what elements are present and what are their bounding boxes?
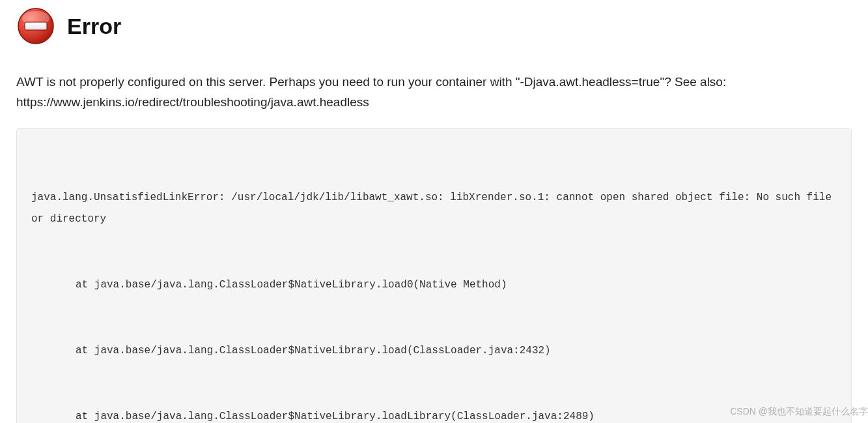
error-icon [16, 7, 55, 46]
stack-trace-block: java.lang.UnsatisfiedLinkError: /usr/loc… [16, 128, 852, 423]
error-message: AWT is not properly configured on this s… [0, 59, 868, 128]
stack-line: at java.base/java.lang.ClassLoader$Nativ… [31, 274, 837, 297]
error-header: Error [0, 0, 868, 59]
svg-rect-2 [25, 22, 47, 30]
stack-intro: java.lang.UnsatisfiedLinkError: /usr/loc… [31, 187, 837, 231]
stack-line: at java.base/java.lang.ClassLoader$Nativ… [31, 340, 837, 362]
stack-line: at java.base/java.lang.ClassLoader$Nativ… [31, 406, 837, 423]
error-title: Error [67, 14, 121, 39]
